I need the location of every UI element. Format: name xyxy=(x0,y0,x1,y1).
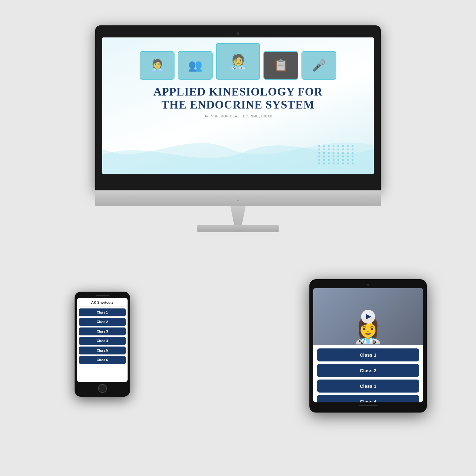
scene: 🧑‍💼 👥 🧑‍⚕️ 📋 🎤 xyxy=(0,0,476,476)
tablet-camera xyxy=(367,284,369,286)
imac-chin:  xyxy=(95,190,381,206)
tablet-screen: 👩‍⚕️ Class 1 Class 2 Class 3 Class 4 xyxy=(313,288,423,402)
phone-class-btn-1[interactable]: Class 1 xyxy=(79,308,126,316)
screen-dots-decoration xyxy=(318,145,355,164)
imac-screen: 🧑‍💼 👥 🧑‍⚕️ 📋 🎤 xyxy=(102,37,374,174)
tablet-class-btn-4[interactable]: Class 4 xyxy=(317,395,419,402)
imac-stand-neck xyxy=(225,206,251,225)
phone-speaker xyxy=(96,295,109,296)
photo-thumb-4: 📋 xyxy=(263,51,298,80)
tablet-class-btn-1[interactable]: Class 1 xyxy=(317,348,419,361)
photo-thumb-2: 👥 xyxy=(178,51,213,80)
phone-class-btn-5[interactable]: Class 5 xyxy=(79,347,126,354)
photo-thumb-5: 🎤 xyxy=(301,51,336,80)
photo-thumb-3-center: 🧑‍⚕️ xyxy=(216,43,260,80)
imac-desktop: 🧑‍💼 👥 🧑‍⚕️ 📋 🎤 xyxy=(95,25,381,232)
photo-strip: 🧑‍💼 👥 🧑‍⚕️ 📋 🎤 xyxy=(140,43,336,80)
tablet-class-btn-3[interactable]: Class 3 xyxy=(317,380,419,393)
phone-device: AK Shortcuts Class 1 Class 2 Class 3 Cla… xyxy=(75,292,130,397)
phone-class-btn-2[interactable]: Class 2 xyxy=(79,318,126,326)
tablet-home-bar xyxy=(359,405,378,406)
phone-screen: AK Shortcuts Class 1 Class 2 Class 3 Cla… xyxy=(77,298,128,382)
phone-class-btn-4[interactable]: Class 4 xyxy=(79,337,126,345)
screen-background: 🧑‍💼 👥 🧑‍⚕️ 📋 🎤 xyxy=(102,37,374,174)
imac-bezel: 🧑‍💼 👥 🧑‍⚕️ 📋 🎤 xyxy=(95,25,381,190)
phone-body: AK Shortcuts Class 1 Class 2 Class 3 Cla… xyxy=(75,292,130,397)
imac-stand-base xyxy=(197,225,279,232)
apple-logo-icon:  xyxy=(237,194,239,202)
tablet-buttons-list: Class 1 Class 2 Class 3 Class 4 xyxy=(313,345,423,402)
phone-header: AK Shortcuts xyxy=(77,298,128,307)
phone-class-btn-6[interactable]: Class 6 xyxy=(79,356,126,364)
tablet-play-button[interactable] xyxy=(361,310,375,324)
phone-class-btn-3[interactable]: Class 3 xyxy=(79,327,126,335)
tablet-body: 👩‍⚕️ Class 1 Class 2 Class 3 Class 4 xyxy=(309,279,427,413)
tablet-video-area: 👩‍⚕️ xyxy=(313,288,423,345)
phone-buttons-list: Class 1 Class 2 Class 3 Class 4 Class 5 … xyxy=(77,307,128,366)
course-title: APPLIED KINESIOLOGY FOR THE ENDOCRINE SY… xyxy=(153,85,323,112)
imac-camera xyxy=(237,32,239,35)
photo-thumb-1: 🧑‍💼 xyxy=(140,51,175,80)
tablet-device: 👩‍⚕️ Class 1 Class 2 Class 3 Class 4 xyxy=(309,279,427,413)
course-author: DR. SHELDON DEAL DC, NMD, DIBAK xyxy=(204,114,273,118)
tablet-class-btn-2[interactable]: Class 2 xyxy=(317,364,419,377)
phone-home-button[interactable] xyxy=(98,384,107,393)
